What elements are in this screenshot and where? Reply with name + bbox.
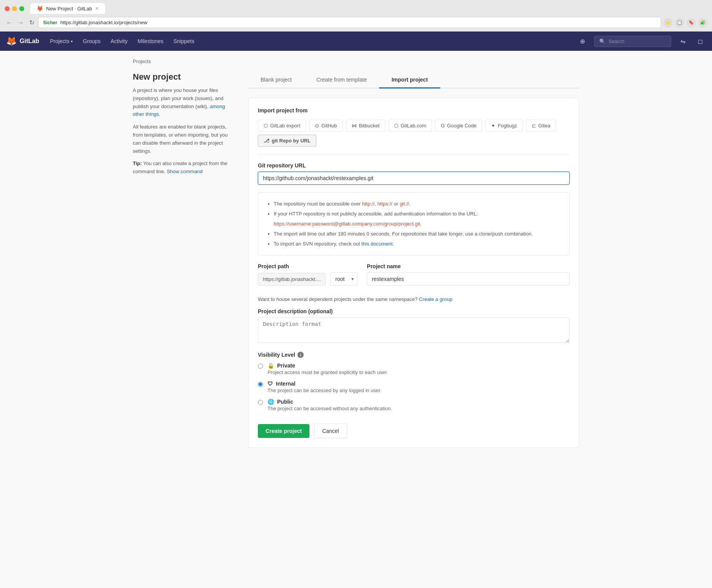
divider: [258, 154, 570, 155]
navbar-projects[interactable]: Projects ▾: [45, 35, 78, 47]
extension-icon-3[interactable]: 🧩: [698, 18, 707, 27]
search-icon: 🔍: [599, 38, 605, 44]
chevron-down-icon: ▾: [71, 39, 73, 43]
browser-toolbar-icons: ⭐ 📋 🔖 🧩: [664, 18, 707, 27]
tab-blank-project[interactable]: Blank project: [248, 72, 304, 89]
git-url-input[interactable]: [258, 172, 570, 185]
traffic-lights: [5, 6, 24, 11]
namespace-select[interactable]: root: [330, 272, 358, 286]
link-http[interactable]: http://,: [362, 201, 376, 207]
import-btn-git-url[interactable]: ⎇ git Repo by URL: [258, 135, 316, 147]
navbar-milestones[interactable]: Milestones: [133, 35, 168, 47]
info-item-1: The repository must be accessible over h…: [274, 199, 562, 209]
url-display: https://gitlab.jonashackt.io/projects/ne…: [60, 20, 656, 25]
gitlab-favicon: 🦊: [37, 5, 43, 12]
content-area: Blank project Create from template Impor…: [248, 72, 579, 448]
browser-nav: ← → ↻ Sicher https://gitlab.jonashackt.i…: [5, 17, 707, 28]
project-name-input[interactable]: [367, 272, 570, 286]
tab-import-project[interactable]: Import project: [379, 72, 440, 89]
gitlab-export-icon: ⬡: [264, 123, 268, 129]
back-button[interactable]: ←: [5, 18, 14, 28]
merge-requests-icon[interactable]: ⇋: [677, 35, 689, 48]
browser-titlebar: 🦊 New Project · GitLab ✕: [5, 3, 707, 14]
import-btn-fogbugz[interactable]: ✦ Fogbugz: [485, 120, 523, 132]
import-btn-gitlabcom[interactable]: ⬡ GitLab.com: [388, 120, 432, 132]
tab-title: New Project · GitLab: [46, 6, 92, 12]
visibility-label: Visibility Level i: [258, 352, 570, 358]
show-command-link[interactable]: Show command: [167, 169, 202, 174]
extension-icon-2[interactable]: 🔖: [687, 18, 696, 27]
visibility-private-radio[interactable]: [258, 364, 263, 369]
navbar-activity[interactable]: Activity: [106, 35, 132, 47]
visibility-private: 🔒 Private Project access must be granted…: [258, 362, 570, 375]
link-svn-doc[interactable]: this document: [361, 241, 393, 247]
project-name-label: Project name: [367, 263, 570, 269]
visibility-private-label: 🔒 Private: [267, 362, 388, 369]
import-btn-gitea[interactable]: ⊏ Gitea: [526, 120, 556, 132]
navbar-groups[interactable]: Groups: [78, 35, 105, 47]
sidebar-description-2: All features are enabled for blank proje…: [133, 123, 233, 155]
visibility-internal-label: 🛡 Internal: [267, 381, 381, 387]
path-row: https://gitlab.jonashackt.... root ▾: [258, 272, 358, 286]
breadcrumb: Projects: [133, 58, 579, 64]
browser-chrome: 🦊 New Project · GitLab ✕ ← → ↻ Sicher ht…: [0, 0, 712, 32]
import-btn-gitlab-export[interactable]: ⬡ GitLab export: [258, 120, 306, 132]
sidebar-description-1: A project is where you house your files …: [133, 87, 233, 119]
browser-tab[interactable]: 🦊 New Project · GitLab ✕: [30, 3, 105, 14]
page-title: New project: [133, 72, 233, 82]
project-description-group: Project description (optional): [258, 308, 570, 344]
import-btn-github[interactable]: ⊙ GitHub: [309, 120, 343, 132]
main-layout: New project A project is where you house…: [133, 72, 579, 448]
import-buttons-group: ⬡ GitLab export ⊙ GitHub ⋈ Bitbucket ⬡: [258, 120, 570, 147]
navbar-groups-label: Groups: [83, 38, 100, 44]
maximize-button[interactable]: [19, 6, 24, 11]
create-group-link[interactable]: Create a group: [419, 296, 453, 302]
gitlab-logo-icon: 🦊: [6, 36, 17, 46]
lock-icon: 🔒: [267, 362, 274, 369]
project-path-group: Project path https://gitlab.jonashackt..…: [258, 263, 570, 289]
navbar-snippets-label: Snippets: [173, 38, 194, 44]
navbar-search[interactable]: 🔍: [594, 36, 671, 47]
gitea-icon: ⊏: [532, 123, 536, 129]
navbar-activity-label: Activity: [110, 38, 127, 44]
navbar-links: Projects ▾ Groups Activity Milestones Sn…: [45, 35, 199, 47]
fogbugz-icon: ✦: [491, 123, 495, 129]
project-description-input[interactable]: [258, 317, 570, 343]
visibility-public-radio[interactable]: [258, 400, 263, 405]
minimize-button[interactable]: [12, 6, 17, 11]
new-item-icon[interactable]: ⊕: [577, 35, 588, 48]
path-prefix: https://gitlab.jonashackt....: [258, 273, 326, 286]
visibility-internal-radio[interactable]: [258, 382, 263, 387]
cancel-button[interactable]: Cancel: [314, 424, 347, 438]
git-url-label: Git repository URL: [258, 162, 570, 169]
gitlabcom-icon: ⬡: [394, 123, 398, 129]
info-item-4: To import an SVN repository, check out t…: [274, 239, 562, 249]
github-icon: ⊙: [315, 123, 319, 129]
close-button[interactable]: [5, 6, 10, 11]
import-btn-bitbucket[interactable]: ⋈ Bitbucket: [346, 120, 385, 132]
link-git[interactable]: git://: [399, 201, 409, 207]
create-project-button[interactable]: Create project: [258, 424, 309, 438]
issues-icon[interactable]: ◻: [695, 35, 706, 48]
link-https[interactable]: https://: [378, 201, 393, 207]
tab-close-icon[interactable]: ✕: [95, 6, 99, 11]
gitlab-logo[interactable]: 🦊 GitLab: [6, 36, 39, 46]
tab-create-from-template[interactable]: Create from template: [304, 72, 379, 89]
link-auth-url[interactable]: https://username:password@gitlab.company…: [274, 221, 420, 227]
git-url-group: Git repository URL: [258, 162, 570, 185]
extension-icon-1[interactable]: 📋: [675, 18, 684, 27]
visibility-info-icon[interactable]: i: [298, 352, 304, 358]
reload-button[interactable]: ↻: [28, 17, 36, 28]
navbar-milestones-label: Milestones: [138, 38, 164, 44]
address-bar[interactable]: Sicher https://gitlab.jonashackt.io/proj…: [38, 17, 661, 28]
navbar-snippets[interactable]: Snippets: [169, 35, 199, 47]
import-btn-google-code[interactable]: G Google Code: [435, 120, 482, 132]
create-group-hint: Want to house several dependent projects…: [258, 296, 570, 302]
search-input[interactable]: [608, 38, 662, 44]
page-container: Projects New project A project is where …: [125, 51, 587, 456]
gitlab-logo-text: GitLab: [20, 38, 39, 45]
visibility-internal-desc: The project can be accessed by any logge…: [267, 388, 381, 393]
forward-button[interactable]: →: [16, 18, 25, 28]
bookmark-icon[interactable]: ⭐: [664, 18, 673, 27]
sidebar-tip: Tip: You can also create a project from …: [133, 160, 233, 176]
